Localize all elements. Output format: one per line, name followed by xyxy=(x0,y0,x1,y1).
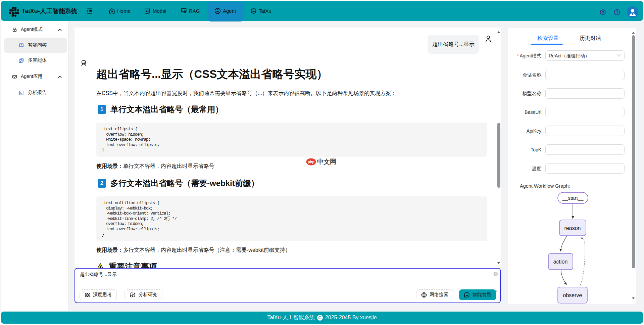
svg-text:reason: reason xyxy=(564,225,581,231)
svg-text:AI: AI xyxy=(146,10,149,13)
svg-text:?: ? xyxy=(20,44,22,46)
svg-text:__start__: __start__ xyxy=(562,195,584,201)
svg-text:php: php xyxy=(308,160,314,164)
svg-text:observe: observe xyxy=(563,292,582,298)
svg-text:action: action xyxy=(553,259,568,265)
